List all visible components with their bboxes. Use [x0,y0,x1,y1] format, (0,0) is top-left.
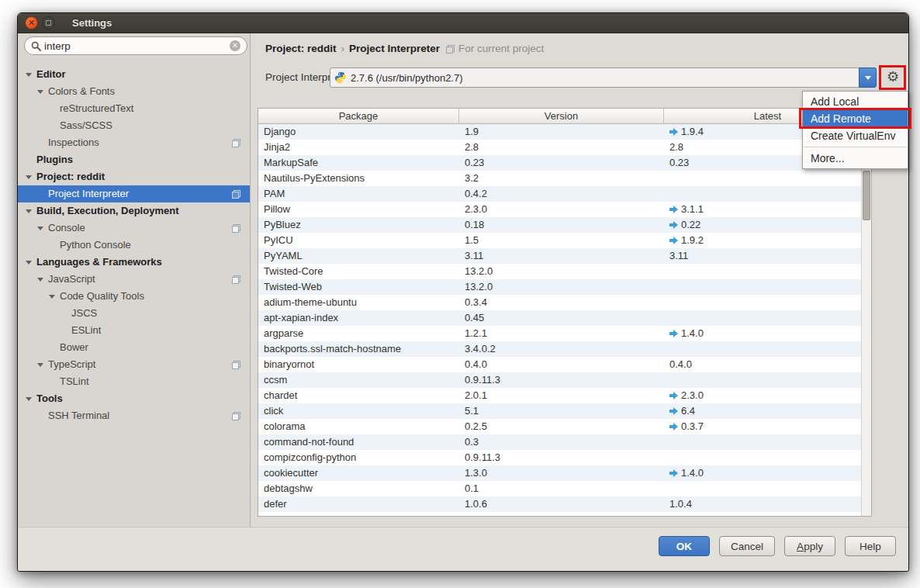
sidebar-item-restructuredtext[interactable]: reStructuredText [18,100,250,117]
table-scrollbar[interactable] [861,124,871,516]
package-row-dirspec[interactable]: dirspec13.1013.08 [258,512,871,516]
sidebar-item-sass-scss[interactable]: Sass/SCSS [18,117,250,134]
package-row-defer[interactable]: defer1.0.61.0.4 [258,496,871,512]
package-row-binaryornot[interactable]: binaryornot0.4.00.4.0 [258,357,871,372]
clear-search-icon[interactable]: ✕ [230,40,240,51]
sidebar-item-jscs[interactable]: JSCS [18,305,250,322]
interpreter-dropdown-button[interactable] [859,67,877,88]
expand-arrow-icon[interactable] [37,90,43,94]
sidebar-item-editor[interactable]: Editor [18,66,250,83]
scrollbar-thumb[interactable] [863,171,870,220]
sidebar-item-plugins[interactable]: Plugins [18,151,250,168]
ok-button[interactable]: OK [659,536,710,556]
package-row-pyyaml[interactable]: PyYAML3.113.11 [258,248,871,264]
cancel-button[interactable]: Cancel [719,536,775,556]
package-latest [664,279,871,295]
menu-item-add-remote[interactable]: Add Remote [803,110,908,127]
package-row-click[interactable]: click5.16.4 [258,403,871,419]
menu-item-add-local[interactable]: Add Local [803,93,908,110]
shared-settings-icon [446,45,455,54]
package-row-twisted-web[interactable]: Twisted-Web13.2.0 [258,279,871,295]
help-button[interactable]: Help [845,536,896,556]
package-version: 13.10 [459,512,664,516]
breadcrumb-page: Project Interpreter [349,43,440,54]
sidebar-item-label: Colors & Fonts [48,85,115,97]
sidebar-item-python-console[interactable]: Python Console [18,237,250,254]
sidebar-item-label: Project: reddit [36,171,105,182]
package-row-twisted-core[interactable]: Twisted-Core13.2.0 [258,264,871,279]
package-name: compizconfig-python [258,450,459,465]
sidebar-item-bower[interactable]: Bower [18,339,250,356]
package-row-apt-xapian-index[interactable]: apt-xapian-index0.45 [258,310,871,326]
close-icon[interactable]: ✕ [25,16,38,29]
sidebar-item-colors-fonts[interactable]: Colors & Fonts [18,83,250,100]
package-name: backports.ssl-match-hostname [258,341,459,357]
package-row-backports-ssl-match-hostname[interactable]: backports.ssl-match-hostname3.4.0.2 [258,341,871,357]
expand-arrow-icon[interactable] [26,261,32,265]
package-row-compizconfig-python[interactable]: compizconfig-python0.9.11.3 [258,450,871,465]
package-name: PAM [258,186,459,202]
package-row-argparse[interactable]: argparse1.2.11.4.0 [258,326,871,341]
titlebar[interactable]: ✕ Settings [18,13,908,33]
gear-icon[interactable]: ⚙ [884,67,902,88]
expand-arrow-icon[interactable] [37,227,43,230]
expand-arrow-icon[interactable] [37,278,43,282]
package-row-pybluez[interactable]: PyBluez0.180.22 [258,217,871,233]
package-row-jinja2[interactable]: Jinja22.82.8 [258,140,871,155]
package-row-debtagshw[interactable]: debtagshw0.1 [258,481,871,496]
package-version: 2.0.1 [459,388,664,403]
interpreter-value: 2.7.6 (/usr/bin/python2.7) [351,72,876,84]
expand-arrow-icon[interactable] [49,295,55,299]
upgrade-arrow-icon [669,407,678,415]
expand-arrow-icon[interactable] [26,175,32,179]
package-row-pam[interactable]: PAM0.4.2 [258,186,871,202]
package-version: 3.2 [459,171,664,186]
sidebar-item-ssh-terminal[interactable]: SSH Terminal [18,407,250,424]
package-latest: 0.4.0 [664,357,871,372]
expand-arrow-icon[interactable] [26,209,32,213]
sidebar-item-console[interactable]: Console [18,220,250,237]
package-row-chardet[interactable]: chardet2.0.12.3.0 [258,388,871,403]
sidebar-item-tools[interactable]: Tools [18,390,250,407]
sidebar-item-tslint[interactable]: TSLint [18,373,250,390]
sidebar-item-project-reddit[interactable]: Project: reddit [18,168,250,185]
package-row-adium-theme-ubuntu[interactable]: adium-theme-ubuntu0.3.4 [258,295,871,310]
column-header-package[interactable]: Package [258,109,459,123]
sidebar-item-code-quality-tools[interactable]: Code Quality Tools [18,288,250,305]
sidebar-item-languages-frameworks[interactable]: Languages & Frameworks [18,254,250,271]
package-row-pyicu[interactable]: PyICU1.51.9.2 [258,233,871,248]
upgrade-arrow-icon [669,469,678,477]
package-row-command-not-found[interactable]: command-not-found0.3 [258,434,871,450]
menu-item-more[interactable]: More... [803,150,908,167]
expand-arrow-icon[interactable] [26,397,32,401]
sidebar-item-build-execution-deployment[interactable]: Build, Execution, Deployment [18,202,250,220]
package-row-django[interactable]: Django1.91.9.4 [258,124,871,140]
menu-item-create-virtualenv[interactable]: Create VirtualEnv [803,127,908,144]
interpreter-select[interactable]: 2.7.6 (/usr/bin/python2.7) [330,67,877,88]
package-latest: 3.11 [664,248,871,264]
search-input[interactable]: interp ✕ [24,36,247,55]
sidebar-item-label: Sass/SCSS [60,119,112,131]
package-version: 2.3.0 [459,202,664,217]
package-row-cookiecutter[interactable]: cookiecutter1.3.01.4.0 [258,465,871,481]
package-row-colorama[interactable]: colorama0.2.50.3.7 [258,419,871,434]
package-latest: 2.3.0 [664,388,871,403]
dialog-content: interp ✕ EditorColors & FontsreStructure… [18,33,908,527]
sidebar-item-inspections[interactable]: Inspections [18,134,250,151]
package-latest [664,450,871,465]
main-panel: Project: reddit › Project Interpreter Fo… [251,33,908,527]
expand-arrow-icon[interactable] [26,73,32,77]
sidebar-item-eslint[interactable]: ESLint [18,322,250,339]
column-header-version[interactable]: Version [459,109,664,123]
maximize-icon[interactable] [42,16,55,29]
expand-arrow-icon[interactable] [37,363,43,367]
package-row-ccsm[interactable]: ccsm0.9.11.3 [258,372,871,388]
package-row-pillow[interactable]: Pillow2.3.03.1.1 [258,202,871,217]
upgrade-arrow-icon [669,423,678,431]
apply-button[interactable]: Apply [784,536,835,556]
sidebar-item-typescript[interactable]: TypeScript [18,356,250,373]
package-row-nautilus-pyextensions[interactable]: Nautilus-PyExtensions3.2 [258,171,871,186]
package-row-markupsafe[interactable]: MarkupSafe0.230.23 [258,155,871,171]
sidebar-item-project-interpreter[interactable]: Project Interpreter [18,185,250,202]
sidebar-item-javascript[interactable]: JavaScript [18,271,250,288]
